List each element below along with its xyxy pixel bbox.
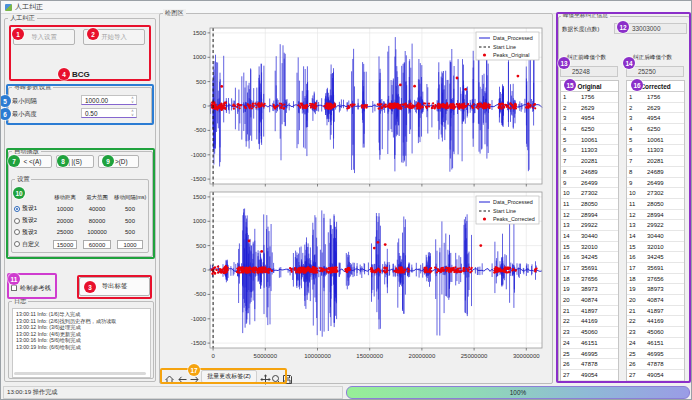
- start-import-button[interactable]: 开始导入: [83, 29, 145, 45]
- batch-edit-labels-button[interactable]: 批量更改标签(Z): [201, 370, 257, 383]
- table-row[interactable]: 1329922: [561, 220, 618, 231]
- table-row[interactable]: 1128050: [561, 199, 618, 210]
- table-row[interactable]: 1837656: [627, 274, 684, 285]
- table-row[interactable]: 2749054: [627, 370, 684, 381]
- chart-bottom-corrected-peaks[interactable]: -1500-1000-50005001000150005000000100000…: [164, 187, 550, 365]
- table-row[interactable]: 2141897: [627, 306, 684, 317]
- svg-text:-1000: -1000: [191, 316, 207, 322]
- table-row[interactable]: 824689: [627, 167, 684, 178]
- custom-value-input[interactable]: 60000: [83, 240, 111, 249]
- export-labels-button[interactable]: 导出标签: [79, 277, 150, 296]
- table-row[interactable]: 2244169: [561, 316, 618, 327]
- log-line: 13:00:12 Info: (4/6)更新完成: [16, 331, 149, 338]
- forward-arrow-icon[interactable]: [189, 371, 200, 382]
- corrected-table-body: 1175622629349544625051006161130372028182…: [627, 92, 684, 381]
- table-row[interactable]: 824689: [561, 167, 618, 178]
- table-row[interactable]: 11756: [627, 92, 684, 103]
- preset-radio[interactable]: [14, 218, 20, 224]
- spinner-arrows-icon[interactable]: ∧∨: [131, 96, 136, 103]
- table-row[interactable]: 2141897: [561, 306, 618, 317]
- table-row[interactable]: 1228994: [561, 210, 618, 221]
- table-row[interactable]: 1837656: [561, 274, 618, 285]
- table-row[interactable]: 2647878: [627, 359, 684, 370]
- table-row[interactable]: 926499: [561, 178, 618, 189]
- table-row[interactable]: 11756: [561, 92, 618, 103]
- table-row[interactable]: 2040874: [627, 295, 684, 306]
- status-text: 13:00:19 操作完成: [7, 388, 58, 397]
- table-row[interactable]: 2345060: [561, 327, 618, 338]
- table-row[interactable]: 1634245: [561, 252, 618, 263]
- header-move-distance: 移动距离: [50, 194, 80, 201]
- log-horizontal-scrollbar[interactable]: [14, 372, 146, 375]
- original-peaks-table[interactable]: Original 1175622629349544625051006161130…: [560, 80, 619, 381]
- table-row[interactable]: 22629: [627, 103, 684, 114]
- table-row[interactable]: 1735691: [561, 263, 618, 274]
- table-row[interactable]: 1430440: [561, 231, 618, 242]
- original-table-header: Original: [561, 81, 618, 92]
- spinner-arrows-icon[interactable]: ∧∨: [131, 109, 136, 116]
- table-row[interactable]: 1634245: [627, 252, 684, 263]
- preset-value: 100000: [80, 229, 114, 235]
- save-icon[interactable]: [282, 371, 293, 382]
- table-row[interactable]: 2647878: [561, 359, 618, 370]
- table-row[interactable]: 1532010: [561, 242, 618, 253]
- home-icon[interactable]: [164, 371, 175, 382]
- table-row[interactable]: 22629: [561, 103, 618, 114]
- table-row[interactable]: 1430440: [627, 231, 684, 242]
- zoom-icon[interactable]: [271, 371, 282, 382]
- table-row[interactable]: 1329922: [627, 220, 684, 231]
- table-row[interactable]: 2446151: [627, 338, 684, 349]
- preset-radio[interactable]: [14, 241, 20, 247]
- preset-radio[interactable]: [14, 229, 20, 235]
- table-row[interactable]: 1938973: [627, 284, 684, 295]
- table-row[interactable]: 46250: [627, 124, 684, 135]
- reference-line-checkbox[interactable]: [11, 285, 17, 291]
- preset-radio[interactable]: [14, 206, 20, 212]
- back-arrow-icon[interactable]: [177, 371, 188, 382]
- table-row[interactable]: 611303: [627, 145, 684, 156]
- table-row[interactable]: 2546995: [561, 349, 618, 360]
- custom-value-input[interactable]: 1000: [117, 240, 143, 249]
- signal-type-label: BCG: [72, 70, 90, 79]
- custom-value-input[interactable]: 15000: [53, 240, 77, 249]
- after-count-value: 25250: [638, 68, 656, 75]
- preset-rows: 预设11000040000500预设22000080000500预设325000…: [13, 203, 147, 250]
- table-row[interactable]: 2345060: [627, 327, 684, 338]
- step-forward-button[interactable]: > >(D): [98, 155, 139, 168]
- import-settings-button[interactable]: 导入设置: [13, 29, 75, 45]
- table-row[interactable]: 1532010: [627, 242, 684, 253]
- step-back-button[interactable]: < <(A): [13, 155, 52, 168]
- table-row[interactable]: 2040874: [561, 295, 618, 306]
- table-row[interactable]: 2446151: [561, 338, 618, 349]
- table-row[interactable]: 1027302: [561, 188, 618, 199]
- table-row[interactable]: 1027302: [627, 188, 684, 199]
- pan-icon[interactable]: [260, 371, 271, 382]
- table-row[interactable]: 926499: [627, 178, 684, 189]
- table-row[interactable]: 1128050: [627, 199, 684, 210]
- log-output[interactable]: 13:00:11 Info: (1/6)导入完成13:00:11 Info: (…: [12, 308, 151, 378]
- table-row[interactable]: 46250: [561, 124, 618, 135]
- min-height-spinbox[interactable]: 0.50 ∧∨: [81, 108, 137, 118]
- corrected-peaks-table[interactable]: Corrected 117562262934954462505100616113…: [626, 80, 685, 381]
- table-row[interactable]: 510061: [561, 135, 618, 146]
- table-row[interactable]: 34954: [627, 113, 684, 124]
- table-row[interactable]: 720281: [561, 156, 618, 167]
- table-row[interactable]: 1228994: [627, 210, 684, 221]
- table-row[interactable]: 2749054: [561, 370, 618, 381]
- table-row[interactable]: 720281: [627, 156, 684, 167]
- log-group-label: 日志: [12, 297, 28, 304]
- app-window: 人工纠正 人工纠正 导入设置 开始导入 BCG 寻峰参数设置 最小间隔 1000…: [0, 0, 692, 400]
- svg-text:Peaks_Corrected: Peaks_Corrected: [493, 216, 535, 222]
- table-row[interactable]: 2546995: [627, 349, 684, 360]
- table-row[interactable]: 1735691: [627, 263, 684, 274]
- table-row[interactable]: 34954: [561, 113, 618, 124]
- preset-value: 500: [114, 229, 146, 235]
- min-interval-spinbox[interactable]: 1000.00 ∧∨: [81, 95, 137, 105]
- table-row[interactable]: 510061: [627, 135, 684, 146]
- table-row[interactable]: 2244169: [627, 316, 684, 327]
- table-row[interactable]: 611303: [561, 145, 618, 156]
- preset-row: 预设325000100000500: [13, 227, 147, 239]
- chart-top-original-peaks[interactable]: -1500-1000-500050010001500Data_Processed…: [164, 23, 550, 189]
- table-row[interactable]: 1938973: [561, 284, 618, 295]
- pause-button[interactable]: | |(S): [56, 155, 94, 168]
